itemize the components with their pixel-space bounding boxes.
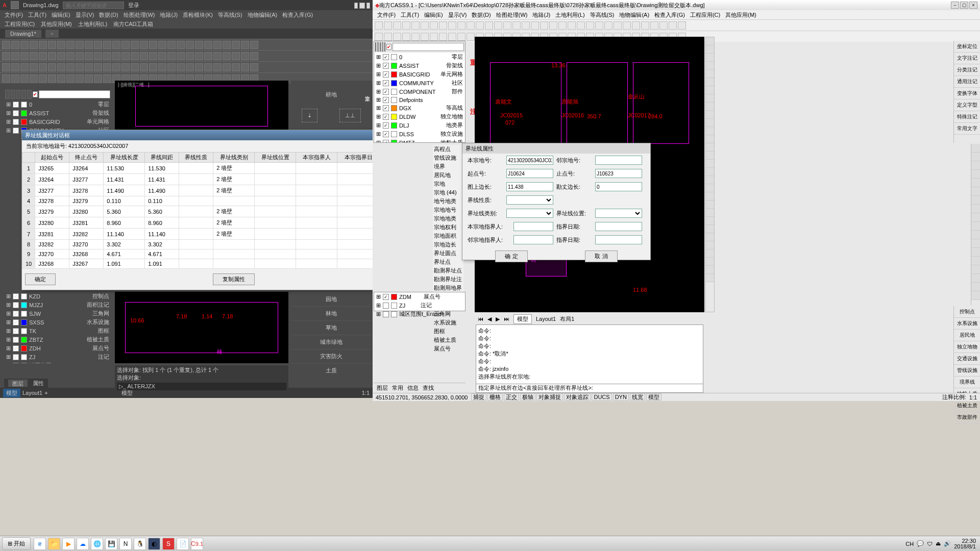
- toolbar-button[interactable]: [140, 63, 148, 71]
- layer-btn[interactable]: [377, 42, 378, 52]
- tree-expand-icon[interactable]: ⊞: [6, 336, 11, 343]
- tool-icon[interactable]: [706, 119, 714, 127]
- sidebar-button[interactable]: 定义字型: [954, 99, 980, 111]
- toolbar-button[interactable]: [94, 41, 102, 49]
- toolbar-button[interactable]: [30, 63, 38, 71]
- toolbar-button[interactable]: [158, 63, 166, 71]
- model-tab[interactable]: 模型: [513, 314, 532, 324]
- tree-expand-icon[interactable]: ⊞: [376, 302, 381, 309]
- layer-color-swatch[interactable]: [391, 114, 397, 120]
- sidebar-tool-icon[interactable]: [971, 248, 980, 257]
- toolbar-button[interactable]: [76, 52, 84, 60]
- toolbar-button[interactable]: [232, 52, 240, 60]
- toolbar-button[interactable]: [204, 41, 212, 49]
- tab[interactable]: 图层: [377, 384, 388, 391]
- layer-vis-check[interactable]: ✓: [13, 302, 19, 308]
- status-toggle[interactable]: DUCS: [592, 393, 611, 400]
- col-header[interactable]: 界线性质: [179, 153, 213, 163]
- menu-item[interactable]: 工程应用(C): [688, 11, 722, 19]
- toolbar-button[interactable]: [186, 52, 194, 60]
- toolbar-button[interactable]: [20, 41, 29, 49]
- category-item[interactable]: 居民地: [433, 171, 463, 180]
- tree-expand-icon[interactable]: ⊞: [6, 328, 11, 334]
- toolbar-button[interactable]: [85, 74, 93, 83]
- menu-item[interactable]: 编辑(E): [422, 11, 445, 19]
- toolbar-button[interactable]: [614, 21, 622, 30]
- toolbar-button[interactable]: [121, 52, 130, 60]
- sidebar-button[interactable]: 文字注记: [954, 53, 980, 64]
- layer-color-swatch[interactable]: [21, 119, 27, 125]
- sidebar-button[interactable]: 通用注记: [954, 76, 980, 88]
- toolbar-button[interactable]: [57, 41, 65, 49]
- toolbar-button[interactable]: [223, 41, 231, 49]
- table-row[interactable]: 4J3278J32790.1100.110: [22, 196, 427, 206]
- tool-icon[interactable]: [706, 37, 714, 45]
- tool-icon[interactable]: [706, 217, 714, 225]
- col-header[interactable]: 本宗指界人: [296, 153, 337, 163]
- toolbar-button[interactable]: [20, 74, 29, 83]
- status-toggle[interactable]: 正交: [504, 393, 519, 400]
- ok-button[interactable]: 确 定: [495, 251, 527, 262]
- menu-item[interactable]: 其他应用(M): [39, 20, 74, 28]
- search-input[interactable]: [63, 2, 124, 9]
- toolbar-button[interactable]: [177, 63, 185, 71]
- cmd-input-line[interactable]: ▷_ ALTERJZX: [117, 383, 286, 390]
- line-position-select[interactable]: [595, 209, 642, 218]
- toolbar-button[interactable]: [149, 63, 157, 71]
- close-button[interactable]: ×: [366, 3, 370, 9]
- category-item[interactable]: 宗地 (44): [433, 188, 463, 197]
- toolbar-button[interactable]: [595, 21, 603, 30]
- sidebar-button[interactable]: 管线设施: [954, 365, 980, 377]
- explorer-icon[interactable]: 📁: [48, 538, 60, 550]
- toolbar-button[interactable]: [549, 21, 557, 30]
- parcel-id-input[interactable]: [506, 156, 553, 165]
- dialog-table-wrap[interactable]: 起始点号终止点号界址线长度界线间距界线性质界址线类别界址线位置本宗指界人本宗指界…: [22, 152, 427, 270]
- sidebar-tool-icon[interactable]: [971, 144, 980, 153]
- line-category-select[interactable]: [506, 209, 553, 218]
- toolbar-button[interactable]: [568, 21, 576, 30]
- toolbar-button[interactable]: [402, 33, 410, 41]
- table-cell[interactable]: [296, 217, 337, 229]
- toolbar-button[interactable]: [94, 63, 102, 71]
- tool-icon[interactable]: [706, 78, 714, 86]
- date-input[interactable]: [595, 235, 642, 244]
- toolbar-button[interactable]: [522, 21, 530, 30]
- clock-time[interactable]: 22:30: [954, 538, 976, 544]
- toolbar-button[interactable]: [85, 52, 93, 60]
- layer-color-swatch[interactable]: [391, 294, 397, 300]
- table-cell[interactable]: [179, 240, 213, 249]
- table-cell[interactable]: J3270: [35, 249, 69, 259]
- toolbar-button[interactable]: [558, 21, 567, 30]
- toolbar-button[interactable]: [650, 21, 658, 30]
- layer-vis-check[interactable]: ✓: [13, 102, 19, 108]
- toolbar-button[interactable]: [223, 63, 231, 71]
- toolbar-button[interactable]: [94, 52, 102, 60]
- table-row[interactable]: 1J3265J326411.53011.5302 墙壁: [22, 163, 427, 174]
- toolbar-button[interactable]: [11, 63, 19, 71]
- land-category-item[interactable]: 土质: [291, 363, 372, 378]
- table-cell[interactable]: [296, 174, 337, 185]
- tool-icon[interactable]: [706, 225, 714, 233]
- toolbar-button[interactable]: [213, 63, 222, 71]
- table-cell[interactable]: 2 墙壁: [213, 174, 255, 185]
- table-cell[interactable]: [255, 229, 296, 240]
- tool-icon[interactable]: [706, 86, 714, 94]
- toolbar-button[interactable]: [48, 74, 56, 83]
- table-cell[interactable]: [255, 196, 296, 206]
- layer-color-swatch[interactable]: [21, 319, 27, 325]
- layout-tab[interactable]: Layout1: [22, 390, 42, 396]
- toolbar-button[interactable]: [57, 74, 65, 83]
- table-cell[interactable]: J3264: [69, 163, 104, 174]
- category-item[interactable]: 界址点: [433, 258, 463, 266]
- tool-icon[interactable]: [706, 249, 714, 258]
- table-cell[interactable]: J3278: [69, 185, 104, 196]
- layer-color-swatch[interactable]: [21, 363, 27, 364]
- layer-color-swatch[interactable]: [391, 122, 397, 129]
- layer-color-swatch[interactable]: [21, 302, 27, 308]
- table-cell[interactable]: [296, 196, 337, 206]
- status-toggle[interactable]: 极轴: [520, 393, 535, 400]
- tab-props[interactable]: 属性: [33, 380, 44, 387]
- sidebar-tool-icon[interactable]: [971, 179, 980, 187]
- toolbar-button[interactable]: [30, 52, 38, 60]
- sidebar-button[interactable]: 市政部件: [954, 412, 980, 423]
